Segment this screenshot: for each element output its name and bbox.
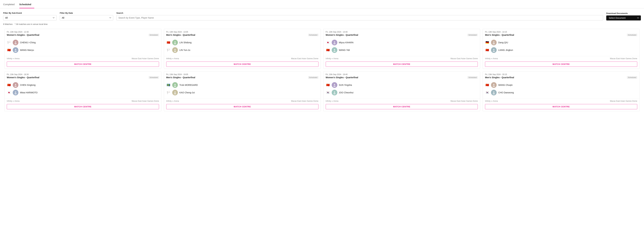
match-header: Fri, 13th Sep 2024 - 19:05 Men's Singles…	[164, 72, 321, 80]
match-footer: Infinity ∞ Arena Macao East Asian Games …	[483, 99, 640, 103]
match-centre-button[interactable]: MATCH CENTRE	[326, 62, 478, 67]
tab-scheduled[interactable]: Scheduled	[19, 0, 34, 8]
match-status-badge: Scheduled	[468, 76, 478, 79]
search-label: Search	[116, 12, 603, 14]
date-select[interactable]: All	[60, 15, 113, 21]
download-select-button[interactable]: Select Document	[606, 16, 641, 21]
match-footer: Infinity ∞ Arena Macao East Asian Games …	[164, 99, 321, 103]
match-status-badge: Scheduled	[308, 34, 318, 36]
match-players: 🏳️ CHENG I-Ching 🇨🇳	[4, 37, 161, 55]
player-row: 🇨🇳 WANG Manyu	[7, 46, 159, 54]
tab-completed[interactable]: Completed	[3, 0, 18, 8]
player-name: SUN Yingsha	[339, 84, 352, 86]
sub-event-select[interactable]: All	[3, 15, 56, 21]
download-label: Download Documents	[606, 12, 641, 15]
match-centre-button[interactable]: MATCH CENTRE	[7, 62, 159, 67]
player-avatar	[332, 40, 337, 45]
search-input[interactable]	[116, 15, 603, 21]
player-row: 🏳️ CHENG I-Ching	[7, 39, 159, 46]
player-avatar	[491, 40, 497, 45]
match-centre-button[interactable]: MATCH CENTRE	[7, 104, 159, 109]
match-location: Macao East Asian Games Dome	[132, 100, 159, 102]
svg-point-24	[334, 84, 335, 85]
player-row: 🇯🇵 Miyuu KIHARA	[326, 39, 478, 46]
match-header: Fri, 13th Sep 2024 - 19:40 Women's Singl…	[324, 72, 480, 80]
svg-point-26	[334, 91, 335, 93]
match-datetime: Fri, 13th Sep 2024 - 20:15	[485, 73, 637, 76]
match-location: Macao East Asian Games Dome	[291, 100, 318, 102]
match-centre-button[interactable]: MATCH CENTRE	[485, 62, 637, 67]
match-footer: Infinity ∞ Arena Macao East Asian Games …	[4, 56, 161, 61]
player-avatar	[13, 47, 18, 53]
player-flag-icon: 🏳️	[166, 49, 171, 52]
match-centre-button[interactable]: MATCH CENTRE	[326, 104, 478, 109]
match-centre-button[interactable]: MATCH CENTRE	[166, 104, 318, 109]
player-name: Miyuu KIHARA	[339, 41, 354, 44]
player-avatar	[172, 40, 178, 45]
match-title-row: Women's Singles - Quarterfinal Scheduled	[326, 34, 478, 36]
svg-point-4	[174, 41, 176, 43]
player-name: CHEN Xingtong	[20, 84, 36, 86]
svg-point-0	[15, 41, 16, 43]
match-location: Macao East Asian Games Dome	[450, 100, 478, 102]
matches-info: 8 Matches * All matches are in venue loc…	[0, 22, 644, 28]
sub-event-filter-group: Filter By Sub Event All	[3, 12, 56, 21]
player-avatar	[332, 47, 337, 53]
match-status-badge: Scheduled	[468, 34, 478, 36]
player-name: CHENG I-Ching	[20, 41, 36, 44]
player-flag-icon: 🇨🇳	[326, 49, 330, 52]
player-row: 🏳️ KAO Cheng-Jui	[166, 89, 318, 96]
player-avatar	[13, 90, 18, 95]
match-venue: Infinity ∞ Arena	[485, 100, 498, 102]
player-flag-icon: 🇰🇷	[326, 91, 330, 94]
svg-point-20	[174, 84, 176, 85]
svg-point-18	[15, 91, 16, 93]
svg-point-12	[493, 41, 494, 43]
match-datetime: Fri, 13th Sep 2024 - 19:05	[166, 73, 318, 76]
match-venue: Infinity ∞ Arena	[7, 58, 20, 60]
match-status-badge: Scheduled	[627, 34, 637, 36]
player-name: Truls MOREGARD	[180, 84, 198, 86]
match-event-name: Women's Singles - Quarterfinal	[7, 76, 39, 79]
match-location: Macao East Asian Games Dome	[610, 100, 637, 102]
match-header: Fri, 13th Sep 2024 - 13:05 Men's Singles…	[164, 29, 321, 37]
player-name: Dang QIU	[498, 41, 508, 44]
matches-count: 8 Matches	[3, 23, 12, 25]
match-event-name: Women's Singles - Quarterfinal	[326, 76, 358, 79]
match-datetime: Fri, 13th Sep 2024 - 19:40	[326, 73, 478, 76]
match-footer: Infinity ∞ Arena Macao East Asian Games …	[483, 56, 640, 61]
match-event-name: Men's Singles - Quarterfinal	[166, 34, 195, 36]
match-players: 🇨🇳 LIN Shidong 🏳️	[164, 37, 321, 55]
player-flag-icon: 🏳️	[166, 91, 171, 94]
svg-point-22	[174, 91, 176, 93]
match-players: 🇨🇳 WANG Chuqin 🇰🇷	[483, 80, 640, 98]
match-title-row: Women's Singles - Quarterfinal Scheduled	[326, 76, 478, 79]
sub-event-label: Filter By Sub Event	[3, 12, 56, 14]
player-avatar	[491, 90, 497, 95]
match-venue: Infinity ∞ Arena	[326, 100, 338, 102]
match-players: 🇩🇪 Dang QIU 🇨🇳	[483, 37, 640, 55]
player-name: KAO Cheng-Jui	[180, 91, 195, 94]
player-flag-icon: 🇰🇷	[485, 91, 490, 94]
match-footer: Infinity ∞ Arena Macao East Asian Games …	[4, 99, 161, 103]
svg-point-23	[174, 93, 176, 94]
svg-point-6	[174, 49, 176, 50]
match-centre-button[interactable]: MATCH CENTRE	[485, 104, 637, 109]
match-card: Fri, 13th Sep 2024 - 20:15 Men's Singles…	[483, 71, 640, 111]
match-event-name: Women's Singles - Quarterfinal	[7, 34, 39, 36]
match-card: Fri, 13th Sep 2024 - 12:30 Women's Singl…	[4, 29, 161, 69]
match-venue: Infinity ∞ Arena	[7, 100, 20, 102]
match-centre-button[interactable]: MATCH CENTRE	[166, 62, 318, 67]
svg-point-27	[334, 93, 336, 94]
svg-point-1	[14, 43, 17, 44]
match-datetime: Fri, 13th Sep 2024 - 18:30	[7, 73, 159, 76]
svg-point-3	[14, 51, 17, 52]
svg-point-28	[493, 84, 494, 85]
match-datetime: Fri, 13th Sep 2024 - 13:05	[166, 31, 318, 33]
match-title-row: Women's Singles - Quarterfinal Scheduled	[7, 34, 159, 36]
player-avatar	[172, 90, 178, 95]
match-players: 🇯🇵 Miyuu KIHARA 🇨🇳	[324, 37, 480, 55]
player-flag-icon: 🇨🇳	[485, 49, 490, 52]
player-avatar	[172, 47, 178, 53]
match-status-badge: Scheduled	[627, 76, 637, 79]
